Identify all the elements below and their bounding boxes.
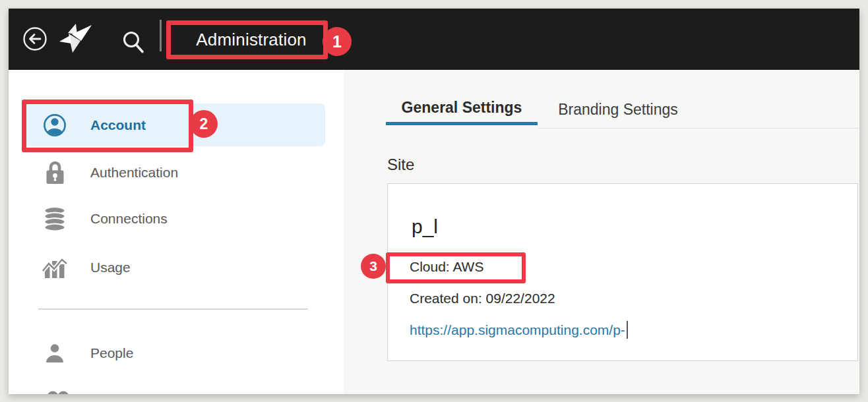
- sidebar-divider: [38, 308, 308, 310]
- clipped-sidebar-icon: [46, 384, 73, 394]
- app-window: Administration Account: [9, 9, 859, 394]
- tab-label: General Settings: [402, 99, 522, 117]
- search-icon[interactable]: [121, 30, 147, 59]
- site-created-value: Created on: 09/22/2022: [410, 291, 555, 306]
- page-title: Administration: [166, 20, 336, 59]
- admin-sidebar: Account Authentication: [9, 70, 344, 394]
- sidebar-item-authentication[interactable]: Authentication: [23, 151, 325, 194]
- sidebar-item-connections[interactable]: Connections: [23, 197, 325, 240]
- sidebar-item-account[interactable]: Account: [23, 103, 325, 146]
- account-icon: [42, 113, 68, 137]
- tab-general-settings[interactable]: General Settings: [386, 94, 538, 125]
- text-cursor: [627, 321, 628, 339]
- back-icon[interactable]: [22, 26, 48, 55]
- topbar-divider: [160, 20, 162, 51]
- sidebar-item-label: Account: [90, 117, 146, 133]
- sidebar-item-usage[interactable]: Usage: [23, 246, 325, 289]
- tab-label: Branding Settings: [558, 101, 678, 119]
- database-icon: [42, 206, 68, 231]
- site-section-title: Site: [387, 156, 414, 174]
- tab-bar-baseline: [538, 128, 859, 129]
- person-icon: [42, 343, 68, 364]
- sidebar-item-label: People: [90, 345, 133, 361]
- sidebar-item-people[interactable]: People: [23, 331, 325, 374]
- site-cloud-value: Cloud: AWS: [410, 259, 483, 275]
- sidebar-item-label: Connections: [90, 211, 168, 227]
- site-info-card: p_l Cloud: AWS Created on: 09/22/2022 ht…: [387, 183, 858, 361]
- site-url-text: https://app.sigmacomputing.com/p-: [410, 322, 625, 338]
- sidebar-item-label: Usage: [90, 260, 131, 275]
- site-url-link[interactable]: https://app.sigmacomputing.com/p-: [410, 321, 628, 339]
- sidebar-item-label: Authentication: [90, 165, 178, 181]
- tab-branding-settings[interactable]: Branding Settings: [545, 94, 691, 125]
- top-navigation-bar: Administration: [9, 9, 859, 70]
- usage-chart-icon: [42, 255, 68, 280]
- lock-icon: [42, 160, 68, 185]
- site-name: p_l: [412, 215, 438, 238]
- sigma-logo[interactable]: [59, 23, 92, 56]
- admin-main-panel: General Settings Branding Settings Site …: [344, 70, 859, 394]
